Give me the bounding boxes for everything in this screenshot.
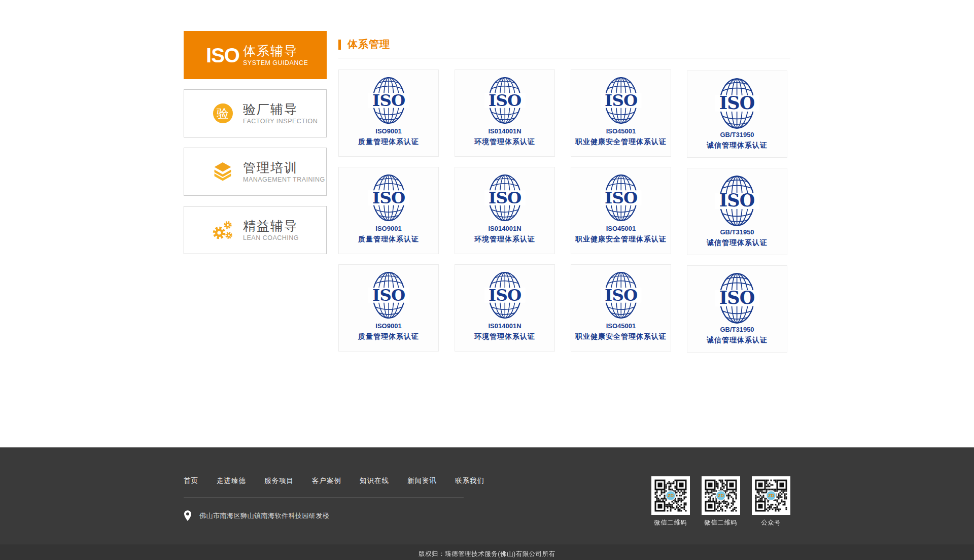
sidebar-item-text: 体系辅导 SYSTEM GUIDANCE — [243, 44, 308, 67]
footer: 首页走进臻德服务项目客户案例知识在线新闻资讯联系我们 佛山市南海区狮山镇南海软件… — [0, 447, 974, 560]
sidebar-item-management-training[interactable]: 管理培训 MANAGEMENT TRAINING — [184, 148, 327, 196]
iso-logotype-text: ISO — [206, 45, 239, 65]
iso-globe-logo: ISO — [687, 173, 787, 228]
cert-card[interactable]: ISO ISO9001 质量管理体系认证 — [338, 167, 439, 254]
footer-nav-link[interactable]: 新闻资讯 — [407, 476, 437, 485]
cert-card[interactable]: ISO ISO45001 职业健康安全管理体系认证 — [571, 167, 671, 254]
cert-code: GB/T31950 — [687, 326, 787, 333]
layers-icon — [211, 162, 235, 181]
footer-nav: 首页走进臻德服务项目客户案例知识在线新闻资讯联系我们 — [184, 476, 484, 485]
footer-nav-link[interactable]: 服务项目 — [264, 476, 294, 485]
cert-code: ISO9001 — [339, 322, 438, 330]
wechat-qr-code — [702, 476, 740, 515]
footer-left: 首页走进臻德服务项目客户案例知识在线新闻资讯联系我们 佛山市南海区狮山镇南海软件… — [184, 476, 484, 527]
sidebar-item-subtitle: MANAGEMENT TRAINING — [243, 176, 325, 183]
company-address: 佛山市南海区狮山镇南海软件科技园研发楼 — [199, 511, 330, 520]
sidebar-item-text: 管理培训 MANAGEMENT TRAINING — [243, 160, 325, 184]
iso-globe-text: ISO — [372, 286, 405, 305]
cert-code: ISO45001 — [571, 127, 671, 135]
sidebar-item-title: 验厂辅导 — [243, 102, 318, 117]
footer-nav-link[interactable]: 知识在线 — [360, 476, 389, 485]
iso-globe-logo: ISO — [339, 172, 438, 223]
sidebar: ISO 体系辅导 SYSTEM GUIDANCE 验 验厂辅导 FACTORY … — [184, 31, 327, 352]
cert-code: ISO9001 — [339, 225, 438, 232]
iso-globe-logo: ISO — [339, 270, 438, 321]
cert-card[interactable]: ISO IS014001N 环境管理体系认证 — [455, 69, 555, 157]
cert-card[interactable]: ISO IS014001N 环境管理体系认证 — [455, 167, 555, 254]
cert-card[interactable]: ISO GB/T31950 诚信管理体系认证 — [687, 265, 787, 353]
iso-globe-text: ISO — [372, 188, 405, 207]
sidebar-item-title: 体系辅导 — [243, 44, 308, 58]
main-content: 体系管理 ISO ISO9001 质量管理体系认证 — [338, 31, 790, 352]
iso-globe-logo: ISO — [455, 270, 554, 321]
iso-globe-logo: ISO — [687, 76, 787, 131]
iso-globe-text: ISO — [605, 188, 638, 207]
sidebar-item-title: 管理培训 — [243, 160, 325, 175]
section-header: 体系管理 — [338, 38, 790, 51]
iso-logotype-icon: ISO — [211, 45, 235, 65]
sidebar-item-subtitle: LEAN COACHING — [243, 234, 299, 241]
footer-main: 首页走进臻德服务项目客户案例知识在线新闻资讯联系我们 佛山市南海区狮山镇南海软件… — [0, 447, 974, 544]
iso-globe-logo: ISO — [687, 271, 787, 326]
location-pin-icon — [184, 510, 192, 521]
iso-globe-logo: ISO — [339, 75, 438, 126]
footer-nav-link[interactable]: 首页 — [184, 476, 198, 485]
cert-code: IS014001N — [455, 322, 554, 330]
iso-globe-logo: ISO — [455, 172, 554, 223]
iso-globe-logo: ISO — [571, 172, 671, 223]
qr-item: 公众号 — [752, 476, 790, 527]
wechat-qr-code — [651, 476, 690, 515]
footer-nav-link[interactable]: 联系我们 — [455, 476, 484, 485]
cert-name: 诚信管理体系认证 — [687, 141, 787, 150]
iso-globe-text: ISO — [372, 91, 405, 110]
qr-label: 公众号 — [752, 518, 790, 527]
cert-card[interactable]: ISO ISO9001 质量管理体系认证 — [338, 69, 439, 157]
iso-globe-logo: ISO — [571, 75, 671, 126]
cert-card[interactable]: ISO ISO45001 职业健康安全管理体系认证 — [571, 264, 671, 352]
page-container: ISO 体系辅导 SYSTEM GUIDANCE 验 验厂辅导 FACTORY … — [184, 0, 790, 352]
sidebar-item-subtitle: FACTORY INSPECTION — [243, 118, 318, 125]
qr-item: 微信二维码 — [702, 476, 740, 527]
iso-globe-text: ISO — [719, 92, 755, 113]
cert-name: 职业健康安全管理体系认证 — [571, 137, 671, 147]
footer-nav-link[interactable]: 客户案例 — [312, 476, 341, 485]
footer-nav-divider — [184, 497, 464, 498]
cert-name: 职业健康安全管理体系认证 — [571, 235, 671, 244]
iso-globe-text: ISO — [489, 286, 521, 305]
iso-globe-text: ISO — [489, 188, 521, 207]
cert-card-grid: ISO ISO9001 质量管理体系认证 ISO IS014001N 环境管理体… — [338, 69, 790, 352]
iso-globe-text: ISO — [605, 91, 638, 110]
cert-code: IS014001N — [455, 127, 554, 135]
sidebar-item-factory-inspection[interactable]: 验 验厂辅导 FACTORY INSPECTION — [184, 89, 327, 137]
cert-code: GB/T31950 — [687, 228, 787, 236]
cert-code: ISO45001 — [571, 225, 671, 232]
cert-name: 质量管理体系认证 — [339, 332, 438, 341]
section-divider — [338, 58, 790, 58]
cert-name: 环境管理体系认证 — [455, 332, 554, 341]
footer-bottom-bar: 版权归：臻德管理技术服务(佛山)有限公司所有 — [0, 544, 974, 560]
cert-card[interactable]: ISO ISO45001 职业健康安全管理体系认证 — [571, 69, 671, 157]
sidebar-item-lean-coaching[interactable]: 精益辅导 LEAN COACHING — [184, 206, 327, 254]
cert-name: 质量管理体系认证 — [339, 235, 438, 244]
qr-item: 微信二维码 — [651, 476, 690, 527]
section-accent-bar — [338, 40, 341, 50]
cert-card[interactable]: ISO ISO9001 质量管理体系认证 — [338, 264, 439, 352]
iso-globe-logo: ISO — [455, 75, 554, 126]
inspection-badge-icon: 验 — [211, 103, 235, 123]
cert-code: ISO45001 — [571, 322, 671, 330]
cert-code: ISO9001 — [339, 127, 438, 135]
sidebar-item-subtitle: SYSTEM GUIDANCE — [243, 59, 308, 66]
iso-globe-text: ISO — [489, 91, 521, 110]
cert-name: 环境管理体系认证 — [455, 235, 554, 244]
qr-label: 微信二维码 — [651, 518, 690, 527]
inspection-badge-text: 验 — [213, 103, 233, 123]
sidebar-item-text: 验厂辅导 FACTORY INSPECTION — [243, 102, 318, 125]
cert-name: 诚信管理体系认证 — [687, 336, 787, 345]
cert-card[interactable]: ISO GB/T31950 诚信管理体系认证 — [687, 71, 787, 158]
footer-nav-link[interactable]: 走进臻德 — [217, 476, 246, 485]
sidebar-item-system-guidance[interactable]: ISO 体系辅导 SYSTEM GUIDANCE — [184, 31, 327, 79]
qr-label: 微信二维码 — [702, 518, 740, 527]
cert-code: IS014001N — [455, 225, 554, 232]
cert-card[interactable]: ISO GB/T31950 诚信管理体系认证 — [687, 168, 787, 255]
cert-card[interactable]: ISO IS014001N 环境管理体系认证 — [455, 264, 555, 352]
